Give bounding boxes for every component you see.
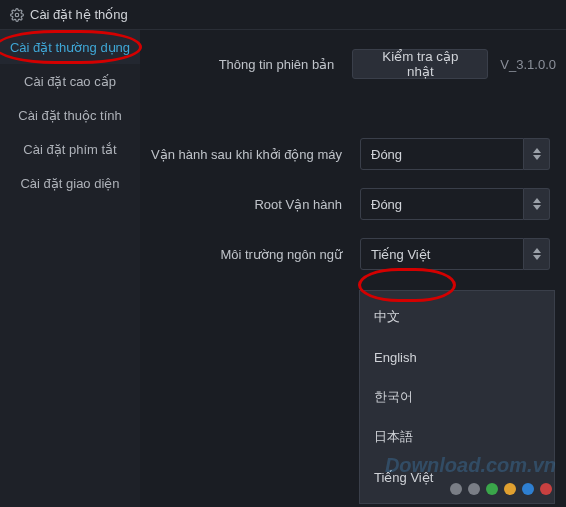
check-update-label: Kiểm tra cập nhật: [369, 49, 471, 79]
select-value: Tiếng Việt: [371, 247, 430, 262]
run-on-startup-select[interactable]: Đóng: [360, 138, 524, 170]
color-dots: [450, 483, 552, 495]
chevron-updown-icon: [533, 148, 541, 160]
language-dropdown: 中文 English 한국어 日本語 Tiếng Việt: [359, 290, 555, 504]
sidebar-item-label: Cài đặt thường dụng: [10, 40, 130, 55]
sidebar-item-label: Cài đặt cao cấp: [24, 74, 116, 89]
version-text: V_3.1.0.0: [500, 57, 556, 72]
sidebar: Cài đặt thường dụng Cài đặt cao cấp Cài …: [0, 30, 140, 507]
gear-icon: [10, 8, 24, 22]
sidebar-item-label: Cài đặt thuộc tính: [18, 108, 121, 123]
language-option-label: 中文: [374, 308, 400, 326]
language-stepper[interactable]: [524, 238, 550, 270]
root-run-select[interactable]: Đóng: [360, 188, 524, 220]
language-option[interactable]: 中文: [360, 297, 554, 337]
titlebar: Cài đặt hệ thống: [0, 0, 566, 30]
language-option-label: 日本語: [374, 428, 413, 446]
sidebar-item-advanced[interactable]: Cài đặt cao cấp: [0, 64, 140, 98]
language-option[interactable]: 日本語: [360, 417, 554, 457]
language-option[interactable]: 한국어: [360, 377, 554, 417]
main-panel: Thông tin phiên bản Kiểm tra cập nhật V_…: [140, 30, 566, 507]
root-run-label: Root Vận hành: [150, 197, 360, 212]
sidebar-item-label: Cài đặt phím tắt: [23, 142, 116, 157]
select-value: Đóng: [371, 197, 402, 212]
language-option-label: Tiếng Việt: [374, 470, 433, 485]
sidebar-item-attributes[interactable]: Cài đặt thuộc tính: [0, 98, 140, 132]
sidebar-item-shortcuts[interactable]: Cài đặt phím tắt: [0, 132, 140, 166]
sidebar-item-interface[interactable]: Cài đặt giao diện: [0, 166, 140, 200]
run-on-startup-label: Vận hành sau khi khởi động máy: [150, 147, 360, 162]
dot-icon: [504, 483, 516, 495]
sidebar-item-label: Cài đặt giao diện: [20, 176, 119, 191]
chevron-updown-icon: [533, 198, 541, 210]
language-option[interactable]: English: [360, 337, 554, 377]
run-on-startup-stepper[interactable]: [524, 138, 550, 170]
language-env-label: Môi trường ngôn ngữ: [150, 247, 360, 262]
sidebar-item-general[interactable]: Cài đặt thường dụng: [0, 30, 140, 64]
chevron-updown-icon: [533, 248, 541, 260]
language-option-label: English: [374, 350, 417, 365]
select-value: Đóng: [371, 147, 402, 162]
dot-icon: [540, 483, 552, 495]
language-option-label: 한국어: [374, 388, 413, 406]
svg-point-0: [15, 13, 19, 17]
dot-icon: [522, 483, 534, 495]
dot-icon: [468, 483, 480, 495]
dot-icon: [486, 483, 498, 495]
window-title: Cài đặt hệ thống: [30, 7, 128, 22]
check-update-button[interactable]: Kiểm tra cập nhật: [352, 49, 488, 79]
version-info-label: Thông tin phiên bản: [150, 57, 352, 72]
dot-icon: [450, 483, 462, 495]
language-select[interactable]: Tiếng Việt: [360, 238, 524, 270]
root-run-stepper[interactable]: [524, 188, 550, 220]
